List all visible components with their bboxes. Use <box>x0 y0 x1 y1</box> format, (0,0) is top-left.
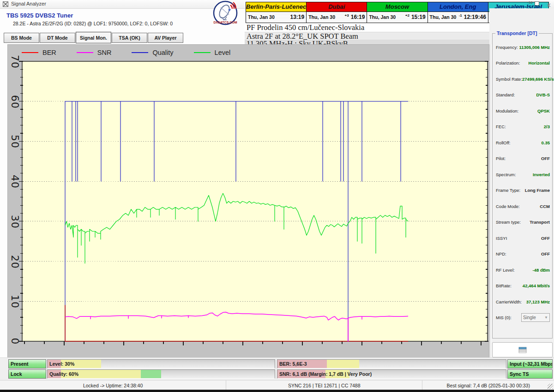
status-best-signal: Best signal: 7,4 dB (2025-01-30 00:33) <box>422 380 554 390</box>
transponder-row-label: Frame Type: <box>496 188 520 193</box>
transponder-row-value: -48 dBm <box>533 267 550 273</box>
status-uptime: Locked -> Uptime: 24:38:40 <box>0 380 226 390</box>
transponder-row-label: RF Level: <box>496 267 515 273</box>
transponder-row: Frame Type:Long Frame <box>493 183 552 199</box>
tab-av-player[interactable]: AV Player <box>148 33 183 43</box>
y-axis-label: 0 <box>8 335 21 348</box>
transponder-row: Symbol Rate:27499,696 KS/s <box>493 71 552 87</box>
level-meter: Level: 30% <box>47 359 275 368</box>
ts-status-box <box>492 342 553 357</box>
restore-icon[interactable] <box>535 1 539 6</box>
meter-label: BER: 5,6E-3 <box>279 360 307 368</box>
ts-packets-icon <box>518 347 527 353</box>
clock-time-row: Thu, Jan 30+316:19 <box>307 12 367 22</box>
logo-text: DXSATCS.COM <box>213 21 237 24</box>
status-sync-counters: SYNC 216 | TEI 12671 | CC 7488 <box>226 380 422 390</box>
tab-bs-mode[interactable]: BS Mode <box>4 33 39 43</box>
transponder-row: Standard:DVB-S <box>493 87 552 103</box>
tab-dt-mode[interactable]: DT Mode <box>40 33 75 43</box>
transponder-row-label: Code Mode: <box>496 204 520 209</box>
transponder-row-label: BitRate: <box>496 283 512 288</box>
transponder-row: CarrierWidth:37,123 MHz <box>493 294 552 310</box>
clock-city-label: Berlin-Paris-Lučenec <box>246 2 306 12</box>
mis-dropdown[interactable]: Single▼ <box>521 313 550 322</box>
clock-cell: DubaiThu, Jan 30+316:19 <box>307 2 367 23</box>
transponder-row-value: DVB-S <box>536 92 550 97</box>
transponder-row: ISSYIOFF <box>493 230 552 246</box>
signal-analyzer-window: Signal Analyzer TBS 5925 DVBS2 Tuner 28.… <box>0 0 554 392</box>
transponder-row-value: Long Frame <box>525 188 550 193</box>
quality-meter: Quality: 60% <box>47 369 275 379</box>
signal-chart <box>8 45 489 358</box>
clock-date: Thu, Jan 30 <box>369 14 396 20</box>
tuner-details: 28.2E - Astra 2E/2F/2G (ID: 0282) @ LOF1… <box>13 21 173 26</box>
ber-meter: BER: 5,6E-3 <box>277 359 506 368</box>
clock-city-label: London, Eng <box>428 2 488 12</box>
clock-city-label: Moscow <box>367 2 427 12</box>
mis-label: MIS (0): <box>496 315 512 320</box>
clock-date: Thu, Jan 30 <box>248 14 275 20</box>
transponder-panel: Transponder [DT] Frequency:11305,006 MHz… <box>492 33 553 339</box>
transponder-row: RF Level:-48 dBm <box>493 262 552 278</box>
clock-cell: Berlin-Paris-LučenecThu, Jan 3013:19 <box>246 2 307 23</box>
app-icon <box>3 1 8 7</box>
transponder-row-label: Standard: <box>496 92 515 97</box>
meter-fill-segment <box>141 370 161 378</box>
transponder-row: NPD:OFF <box>493 246 552 262</box>
tuner-name: TBS 5925 DVBS2 Tuner <box>6 12 73 19</box>
transponder-title: Transponder [DT] <box>495 30 539 36</box>
transponder-row-value: 11305,006 MHz <box>519 45 550 50</box>
clock-time-value: 12:19:46 <box>464 14 486 20</box>
present-indicator: Present <box>8 359 46 368</box>
mode-tabs: BS ModeDT ModeSignal Mon.TSA (OK)AV Play… <box>4 33 184 45</box>
transponder-row-value: 27499,696 KS/s <box>522 77 554 82</box>
y-axis-label: 60 <box>8 95 21 108</box>
window-title: Signal Analyzer <box>11 1 46 6</box>
chevron-down-icon: ▼ <box>544 315 548 320</box>
transponder-row-value: OFF <box>541 156 550 161</box>
transponder-row: Polarization:Horizontal <box>493 55 552 71</box>
transponder-row-value: Transport <box>530 220 550 225</box>
meter-label: SNR: 6,1 dB (Margin: 1,7 dB | Very Poor) <box>279 370 372 378</box>
clock-cell: MoscowThu, Jan 30+215:19 <box>367 2 428 23</box>
y-axis-label: 70 <box>8 55 21 68</box>
clock-utc-offset: -1 <box>459 13 462 18</box>
mis-row: MIS (0):Single▼ <box>493 310 552 326</box>
dxsatcs-logo: DXSATCS.COM <box>211 0 239 27</box>
transponder-row-label: RollOff: <box>496 140 511 145</box>
transponder-row-label: Symbol Rate: <box>496 77 522 82</box>
transponder-row: Modulation:QPSK <box>493 103 552 119</box>
tab-tsa-ok-[interactable]: TSA (OK) <box>112 33 147 43</box>
transponder-row: FEC:2/3 <box>493 119 552 135</box>
bottom-edge <box>0 390 554 392</box>
transponder-row-value: 2/3 <box>544 124 550 129</box>
close-icon[interactable]: ✕ <box>546 2 551 9</box>
snr-meter: SNR: 6,1 dB (Margin: 1,7 dB | Very Poor) <box>277 369 506 379</box>
mini-label: -16 <box>527 0 533 5</box>
mis-selected-value: Single <box>523 315 536 320</box>
clock-city-label: Dubai <box>307 2 367 12</box>
transponder-row-value: Horizontal <box>529 60 550 65</box>
clock-time-value: 15:19 <box>411 14 426 20</box>
status-bar: Locked -> Uptime: 24:38:40 SYNC 216 | TE… <box>0 380 554 390</box>
meter-label: Level: 30% <box>49 360 74 368</box>
y-axis-label: 50 <box>8 135 21 148</box>
clock-date: Thu, Jan 30 <box>430 14 457 20</box>
clock-utc-offset: +2 <box>405 13 409 18</box>
tab-signal-mon-[interactable]: Signal Mon. <box>76 32 111 43</box>
transponder-row: BitRate:42,464 Mbit/s <box>493 278 552 294</box>
transponder-row-label: Polarization: <box>496 60 520 65</box>
clock-time-row: Thu, Jan 30+215:19 <box>367 12 427 22</box>
transponder-row-value: OFF <box>541 236 550 241</box>
clock-time-row: Thu, Jan 30-112:19:46 <box>428 12 488 22</box>
clock-utc-offset: +3 <box>345 13 349 18</box>
transponder-row-label: FEC: <box>496 124 506 129</box>
transponder-row-label: Modulation: <box>496 108 518 113</box>
transponder-row: Stream type:Transport <box>493 214 552 231</box>
resize-grip[interactable] <box>548 384 553 389</box>
transponder-row-label: ISSYI <box>496 236 507 241</box>
transponder-row-value: OFF <box>541 251 550 256</box>
y-axis-label: 40 <box>8 175 21 188</box>
meter-label: Quality: 60% <box>49 370 78 378</box>
transponder-row-value: 42,464 Mbit/s <box>523 283 550 288</box>
